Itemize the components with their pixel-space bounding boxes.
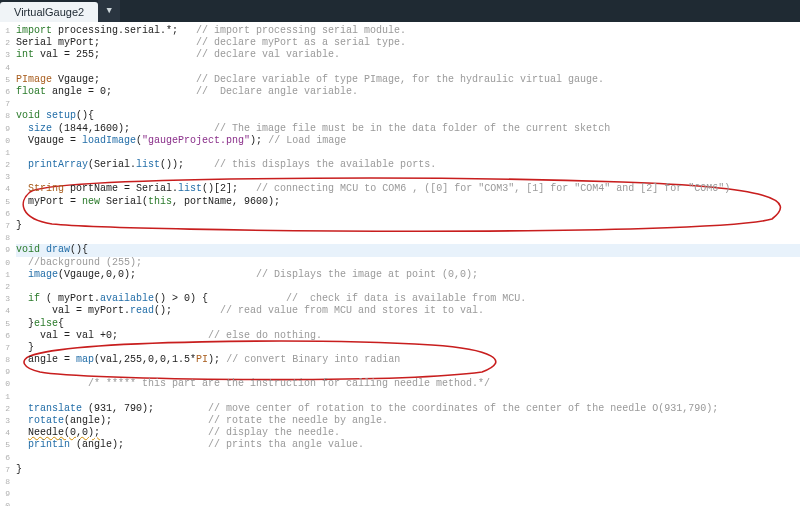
- tab-active[interactable]: VirtualGauge2: [0, 2, 98, 22]
- code-line: }: [16, 464, 800, 476]
- code-line: String portName = Serial.list()[2]; // c…: [16, 183, 800, 195]
- code-line: Serial myPort; // declare myPort as a se…: [16, 37, 800, 49]
- code-line: PImage Vgauge; // Declare variable of ty…: [16, 74, 800, 86]
- code-line: }else{: [16, 318, 800, 330]
- code-line: [16, 208, 800, 220]
- code-line: translate (931, 790); // move center of …: [16, 403, 800, 415]
- tab-dropdown-button[interactable]: ▼: [98, 0, 120, 22]
- code-line: void draw(){: [16, 244, 800, 256]
- line-number-gutter: 1234567890123456789012345678901234567890: [0, 22, 12, 506]
- code-line: import processing.serial.*; // import pr…: [16, 25, 800, 37]
- code-line: float angle = 0; // Declare angle variab…: [16, 86, 800, 98]
- code-line: [16, 98, 800, 110]
- code-line: size (1844,1600); // The image file must…: [16, 123, 800, 135]
- code-line: /* ***** this part are the instruction f…: [16, 378, 800, 390]
- code-line: myPort = new Serial(this, portName, 9600…: [16, 196, 800, 208]
- code-line: angle = map(val,255,0,0,1.5*PI); // conv…: [16, 354, 800, 366]
- code-line: [16, 391, 800, 403]
- code-line: [16, 452, 800, 464]
- code-line: [16, 232, 800, 244]
- code-line: [16, 281, 800, 293]
- chevron-down-icon: ▼: [106, 6, 111, 16]
- code-line: }: [16, 342, 800, 354]
- code-line: [16, 366, 800, 378]
- code-line: [16, 62, 800, 74]
- code-line: //background (255);: [16, 257, 800, 269]
- code-line: println (angle); // prints tha angle val…: [16, 439, 800, 451]
- code-editor[interactable]: 1234567890123456789012345678901234567890…: [0, 22, 800, 506]
- code-text[interactable]: import processing.serial.*; // import pr…: [16, 25, 800, 476]
- code-line: Vgauge = loadImage("gaugeProject.png"); …: [16, 135, 800, 147]
- code-line: rotate(angle); // rotate the needle by a…: [16, 415, 800, 427]
- code-area[interactable]: import processing.serial.*; // import pr…: [12, 22, 800, 506]
- code-line: if ( myPort.available() > 0) { // check …: [16, 293, 800, 305]
- code-line: [16, 147, 800, 159]
- tab-bar: VirtualGauge2 ▼: [0, 0, 800, 22]
- code-line: val = myPort.read(); // read value from …: [16, 305, 800, 317]
- code-line: int val = 255; // declare val variable.: [16, 49, 800, 61]
- code-line: image(Vgauge,0,0); // Displays the image…: [16, 269, 800, 281]
- code-line: }: [16, 220, 800, 232]
- code-line: void setup(){: [16, 110, 800, 122]
- code-line: [16, 171, 800, 183]
- code-line: printArray(Serial.list()); // this displ…: [16, 159, 800, 171]
- code-line: val = val +0; // else do nothing.: [16, 330, 800, 342]
- tab-title: VirtualGauge2: [14, 6, 84, 18]
- code-line: Needle(0,0); // display the needle.: [16, 427, 800, 439]
